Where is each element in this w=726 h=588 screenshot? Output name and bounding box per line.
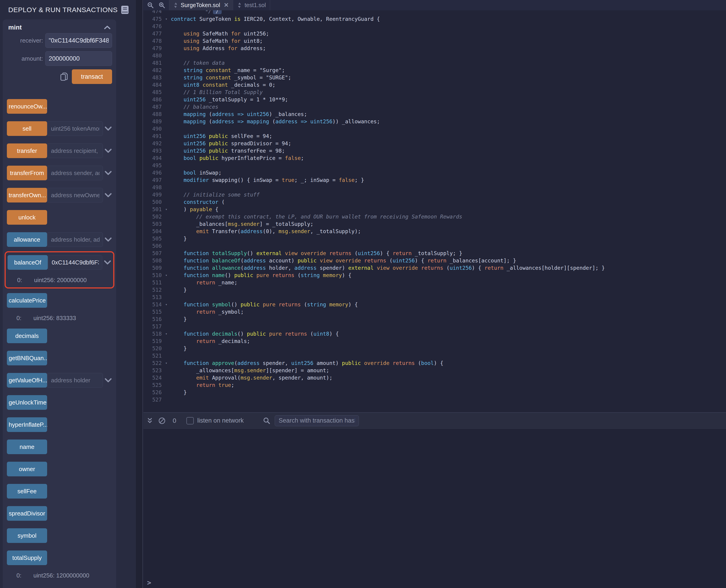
line-number[interactable]: 478 <box>144 37 162 45</box>
line-number[interactable]: 491 <box>144 132 162 140</box>
balanceOf-param-input[interactable] <box>48 255 102 270</box>
transact-button[interactable]: transact <box>72 69 112 84</box>
line-number[interactable]: 488 <box>144 110 162 118</box>
allowance-param-input[interactable] <box>48 232 103 247</box>
line-number[interactable]: 504 <box>144 228 162 235</box>
chevron-down-icon[interactable] <box>104 237 112 242</box>
line-number[interactable]: 475 <box>144 15 162 23</box>
terminal-prompt[interactable]: > <box>147 579 151 587</box>
line-number[interactable]: 517 <box>144 323 162 330</box>
balanceOf-button[interactable]: balanceOf <box>7 255 48 270</box>
sellFee-button[interactable]: sellFee <box>7 484 47 499</box>
symbol-button[interactable]: symbol <box>7 528 47 543</box>
line-number[interactable]: 511 <box>144 279 162 286</box>
clear-console-icon[interactable] <box>158 417 166 425</box>
spreadDivisor-button[interactable]: spreadDivisor <box>7 506 47 521</box>
amount-input[interactable] <box>45 51 112 66</box>
line-number[interactable]: 479 <box>144 45 162 52</box>
getBNBQuan-button[interactable]: getBNBQuan... <box>7 351 47 365</box>
renounceOw-button[interactable]: renounceOw... <box>7 99 47 114</box>
line-number[interactable]: 518 <box>144 330 162 337</box>
fold-arrow-icon[interactable]: ▾ <box>162 359 171 367</box>
line-number[interactable]: 514 <box>144 301 162 308</box>
line-number[interactable]: 521 <box>144 352 162 359</box>
line-number[interactable]: 485 <box>144 88 162 96</box>
line-number[interactable]: 487 <box>144 103 162 110</box>
transferOwn-param-input[interactable] <box>48 188 103 203</box>
fold-arrow-icon[interactable]: ▾ <box>162 15 171 23</box>
getValueOfH-button[interactable]: getValueOfH... <box>7 373 47 387</box>
line-number[interactable]: 505 <box>144 235 162 242</box>
decimals-button[interactable]: decimals <box>7 329 47 343</box>
line-number[interactable]: 483 <box>144 74 162 81</box>
fold-arrow-icon[interactable]: ▾ <box>162 272 171 279</box>
sell-button[interactable]: sell <box>7 121 47 136</box>
chevron-down-icon[interactable] <box>104 148 112 153</box>
line-number[interactable]: 495 <box>144 162 162 169</box>
tab-surgetoken-sol[interactable]: SurgeToken.sol ✕ <box>169 0 233 10</box>
line-number[interactable]: 510 <box>144 272 162 279</box>
totalSupply-button[interactable]: totalSupply <box>7 550 47 565</box>
hyperInflateP-button[interactable]: hyperInflateP... <box>7 417 47 432</box>
zoom-in-icon[interactable] <box>158 2 165 9</box>
terminal-search-input[interactable] <box>275 415 359 426</box>
line-number[interactable]: 502 <box>144 213 162 220</box>
line-number[interactable]: 477 <box>144 30 162 37</box>
chevron-down-icon[interactable] <box>104 193 112 198</box>
line-number[interactable]: 490 <box>144 125 162 132</box>
line-number[interactable]: 496 <box>144 169 162 176</box>
transferFrom-param-input[interactable] <box>48 166 103 180</box>
unlock-button[interactable]: unlock <box>7 210 47 225</box>
expand-terminal-icon[interactable] <box>147 417 153 424</box>
line-number[interactable]: 515 <box>144 308 162 315</box>
fold-arrow-icon[interactable]: ▾ <box>162 206 171 213</box>
copy-icon[interactable] <box>60 72 68 81</box>
line-number[interactable]: 499 <box>144 191 162 198</box>
line-number[interactable]: 523 <box>144 367 162 374</box>
chevron-down-icon[interactable] <box>104 260 111 265</box>
line-number[interactable]: 507 <box>144 250 162 257</box>
calculatePrice-button[interactable]: calculatePrice <box>7 293 47 308</box>
transfer-param-input[interactable] <box>48 144 103 158</box>
tab-test1-sol[interactable]: test1.sol <box>233 0 270 10</box>
line-number[interactable]: 516 <box>144 315 162 323</box>
line-number[interactable]: 512 <box>144 286 162 294</box>
chevron-down-icon[interactable] <box>104 378 112 383</box>
line-number[interactable]: 524 <box>144 374 162 381</box>
name-button[interactable]: name <box>7 440 47 454</box>
line-number[interactable]: 525 <box>144 381 162 389</box>
line-number[interactable]: 520 <box>144 345 162 352</box>
line-number[interactable]: 498 <box>144 184 162 191</box>
line-number[interactable]: 497 <box>144 176 162 184</box>
line-number[interactable]: 481 <box>144 59 162 67</box>
line-number[interactable]: 508 <box>144 257 162 264</box>
mint-section-header[interactable]: mint <box>7 22 112 33</box>
owner-button[interactable]: owner <box>7 462 47 476</box>
line-number[interactable]: 513 <box>144 294 162 301</box>
geUnlockTime-button[interactable]: geUnlockTime <box>7 395 47 410</box>
chevron-down-icon[interactable] <box>104 170 112 175</box>
line-number[interactable]: 527 <box>144 396 162 403</box>
line-number[interactable]: 509 <box>144 264 162 272</box>
line-number[interactable]: 522 <box>144 359 162 367</box>
line-number[interactable]: 489 <box>144 118 162 125</box>
getValueOfH-param-input[interactable] <box>48 373 103 387</box>
fold-arrow-icon[interactable]: ▾ <box>162 330 171 337</box>
line-number[interactable]: 484 <box>144 81 162 88</box>
terminal-output[interactable]: > <box>144 429 726 588</box>
line-number[interactable]: 492 <box>144 140 162 147</box>
code-editor[interactable]: 474 *// 475▾contract SurgeToken is IERC2… <box>144 10 726 412</box>
close-icon[interactable]: ✕ <box>224 2 229 9</box>
documentation-book-icon[interactable] <box>120 5 130 15</box>
line-number[interactable]: 480 <box>144 52 162 59</box>
transferOwn-button[interactable]: transferOwn... <box>7 188 47 203</box>
listen-on-network-checkbox[interactable] <box>187 417 194 424</box>
line-number[interactable]: 500 <box>144 198 162 206</box>
line-number[interactable]: 519 <box>144 337 162 345</box>
zoom-out-icon[interactable] <box>147 2 154 9</box>
line-number[interactable]: 494 <box>144 154 162 162</box>
transfer-button[interactable]: transfer <box>7 144 47 158</box>
line-number[interactable]: 482 <box>144 67 162 74</box>
chevron-up-icon[interactable] <box>104 25 111 29</box>
line-number[interactable]: 493 <box>144 147 162 154</box>
